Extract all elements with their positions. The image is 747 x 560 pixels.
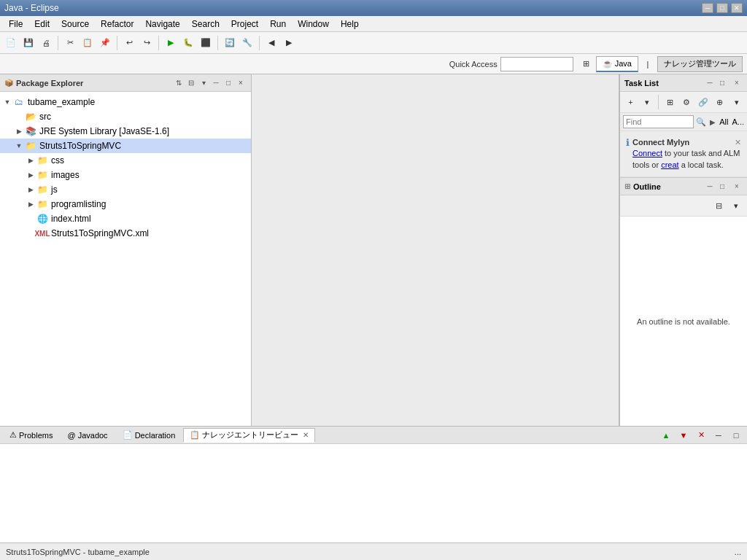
- close-button[interactable]: ✕: [731, 3, 743, 13]
- javadoc-icon: @: [67, 431, 75, 440]
- tree-item-programlisting[interactable]: ▶ 📁 programlisting: [0, 197, 251, 211]
- menu-navigate[interactable]: Navigate: [139, 18, 185, 31]
- index-icon: 🌐: [36, 213, 48, 225]
- bottom-close-btn[interactable]: ✕: [693, 427, 709, 443]
- menu-refactor[interactable]: Refactor: [95, 18, 139, 31]
- toolbar-btn11[interactable]: 🔧: [239, 35, 255, 51]
- menu-window[interactable]: Window: [292, 18, 335, 31]
- menu-run[interactable]: Run: [264, 18, 292, 31]
- minimize-button[interactable]: ─: [702, 3, 713, 13]
- task-filter-arrow: ▶: [710, 118, 716, 126]
- outline-menu-btn[interactable]: ▾: [728, 198, 744, 214]
- toolbar-btn8[interactable]: ↪: [139, 35, 155, 51]
- menu-file[interactable]: File: [3, 18, 28, 31]
- maximize-button[interactable]: □: [716, 3, 728, 13]
- toolbar-btn10[interactable]: 🔄: [222, 35, 238, 51]
- title-bar-buttons[interactable]: ─ □ ✕: [702, 3, 743, 13]
- toolbar-btn2[interactable]: 💾: [20, 35, 36, 51]
- knowledge-perspective-btn[interactable]: ナレッジ管理ツール: [657, 56, 743, 72]
- package-explorer-tree: ▼ 🗂 tubame_example ▶ 📂 src ▶ 📚 JRE Syste…: [0, 92, 251, 426]
- task-min-btn[interactable]: ─: [704, 77, 716, 89]
- src-icon: 📂: [25, 111, 36, 122]
- menu-source[interactable]: Source: [55, 18, 95, 31]
- knowledge-tab-close[interactable]: ✕: [303, 431, 309, 439]
- js-label: js: [51, 184, 58, 195]
- pkg-header-btns: ⇅ ⊟ ▾ ─ □ ×: [173, 77, 247, 89]
- bottom-max-btn[interactable]: □: [728, 427, 744, 443]
- mylyn-creat-link[interactable]: creat: [661, 160, 678, 169]
- bottom-up-btn[interactable]: ▲: [658, 427, 674, 443]
- task-list-header-btns: ─ □ ×: [704, 77, 743, 89]
- task-close-btn[interactable]: ×: [731, 77, 743, 89]
- tree-item-jre[interactable]: ▶ 📚 JRE System Library [JavaSE-1.6]: [0, 124, 251, 139]
- task-expand-btn[interactable]: ⊕: [713, 94, 728, 110]
- status-text: Struts1ToSpringMVC - tubame_example: [6, 548, 150, 556]
- tab-javadoc[interactable]: @ Javadoc: [61, 428, 114, 443]
- outline-collapse-btn[interactable]: ⊟: [711, 198, 727, 214]
- tab-knowledge[interactable]: 📋 ナレッジエントリービュー ✕: [183, 428, 315, 443]
- menu-project[interactable]: Project: [225, 18, 264, 31]
- outline-min-btn[interactable]: ─: [704, 181, 716, 192]
- perspective-icon[interactable]: ⊞: [579, 56, 594, 72]
- task-find-input[interactable]: [623, 115, 694, 128]
- task-settings-btn[interactable]: ⚙: [679, 94, 694, 110]
- declaration-label: Declaration: [135, 431, 176, 440]
- toolbar-btn6[interactable]: 📌: [97, 35, 113, 51]
- bottom-down-btn[interactable]: ▼: [676, 427, 692, 443]
- toolbar-debug-btn[interactable]: 🐛: [180, 35, 196, 51]
- outline-icon: ⊞: [624, 182, 630, 190]
- task-arrow-down-btn[interactable]: ▾: [640, 94, 655, 110]
- toolbar-next-btn[interactable]: ▶: [281, 35, 297, 51]
- tree-item-index[interactable]: ▶ 🌐 index.html: [0, 211, 251, 226]
- tree-item-images[interactable]: ▶ 📁 images: [0, 168, 251, 182]
- toolbar-prev-btn[interactable]: ◀: [263, 35, 279, 51]
- bottom-min-btn[interactable]: ─: [711, 427, 727, 443]
- tab-problems[interactable]: ⚠ Problems: [3, 428, 59, 443]
- toolbar-new-btn[interactable]: 📄: [3, 35, 19, 51]
- task-list-title: Task List: [624, 79, 659, 88]
- tree-item-xml[interactable]: ▶ XML Struts1ToSpringMVC.xml: [0, 226, 251, 241]
- pkg-sync-btn[interactable]: ⇅: [173, 77, 185, 89]
- task-link-btn[interactable]: 🔗: [696, 94, 711, 110]
- toolbar-btn4[interactable]: ✂: [62, 35, 78, 51]
- menu-edit[interactable]: Edit: [28, 18, 55, 31]
- quick-access-input[interactable]: [500, 57, 573, 71]
- pkg-close-btn[interactable]: ×: [235, 77, 247, 89]
- menu-search[interactable]: Search: [186, 18, 225, 31]
- task-all-label[interactable]: All: [719, 117, 728, 126]
- tree-item-css[interactable]: ▶ 📁 css: [0, 153, 251, 168]
- outline-body: An outline is not available.: [620, 217, 747, 426]
- outline-close-btn[interactable]: ×: [731, 181, 743, 192]
- pkg-min-btn[interactable]: ─: [210, 77, 222, 89]
- mylyn-title: Connect Mylyn: [632, 138, 689, 147]
- tree-item-struts[interactable]: ▼ 📁 Struts1ToSpringMVC: [0, 139, 251, 153]
- java-perspective-btn[interactable]: ☕ Java: [596, 56, 638, 72]
- mylyn-connect-link[interactable]: Connect: [632, 149, 662, 158]
- tree-item-js[interactable]: ▶ 📁 js: [0, 182, 251, 197]
- editor-area: [252, 74, 619, 426]
- task-find-icon[interactable]: 🔍: [696, 117, 706, 127]
- task-filter-btn[interactable]: ⊞: [662, 94, 678, 110]
- toolbar-btn9[interactable]: ⬛: [198, 35, 214, 51]
- toolbar-btn7[interactable]: ↩: [121, 35, 137, 51]
- task-max-btn[interactable]: □: [716, 77, 728, 89]
- toolbar-btn5[interactable]: 📋: [80, 35, 96, 51]
- css-icon: 📁: [36, 155, 48, 166]
- task-arrow2-btn[interactable]: ▾: [729, 94, 744, 110]
- pkg-max-btn[interactable]: □: [222, 77, 234, 89]
- problems-icon: ⚠: [9, 430, 17, 440]
- toolbar-run-btn[interactable]: ▶: [163, 35, 179, 51]
- root-project-icon: 🗂: [13, 96, 25, 108]
- task-a-label[interactable]: A...: [732, 117, 744, 126]
- declaration-icon: 📄: [123, 430, 133, 440]
- pkg-collapse-btn[interactable]: ⊟: [185, 77, 197, 89]
- outline-max-btn[interactable]: □: [716, 181, 728, 192]
- toolbar-btn3[interactable]: 🖨: [38, 35, 54, 51]
- tree-item-src[interactable]: ▶ 📂 src: [0, 109, 251, 124]
- pkg-menu-btn[interactable]: ▾: [198, 77, 209, 89]
- task-add-btn[interactable]: +: [623, 94, 638, 110]
- tab-declaration[interactable]: 📄 Declaration: [116, 428, 182, 443]
- tree-item-root[interactable]: ▼ 🗂 tubame_example: [0, 95, 251, 109]
- menu-help[interactable]: Help: [335, 18, 365, 31]
- mylyn-close-btn[interactable]: ✕: [735, 137, 741, 148]
